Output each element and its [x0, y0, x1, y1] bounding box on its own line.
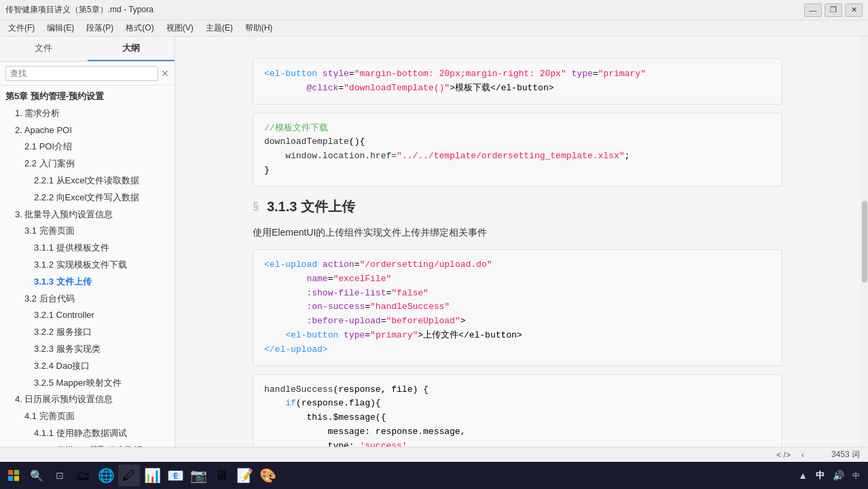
code-block-2: //模板文件下载 downloadTemplate(){ window.loca… — [253, 113, 782, 187]
sidebar-tabs: 文件 大纲 — [0, 37, 175, 62]
outline-item-4-1[interactable]: 4.1 完善页面 — [0, 408, 175, 425]
outline-item-3-2[interactable]: 3.2 后台代码 — [0, 291, 175, 308]
outline-item-chapter5[interactable]: 第5章 预约管理-预约设置 — [0, 88, 175, 105]
sidebar: 文件 大纲 ✕ 第5章 预约管理-预约设置 1. 需求分析 2. Apache … — [0, 37, 175, 447]
outline-list: 第5章 预约管理-预约设置 1. 需求分析 2. Apache POI 2.1 … — [0, 86, 175, 447]
outline-item-2-2-1[interactable]: 2.2.1 从Excel文件读取数据 — [0, 173, 175, 189]
close-button[interactable]: ✕ — [845, 3, 863, 17]
taskbar-files-icon[interactable]: 🗂 — [72, 465, 94, 486]
word-count: 3453 词 — [831, 449, 860, 460]
outline-item-3-2-3[interactable]: 3.2.3 服务实现类 — [0, 341, 175, 358]
content-wrapper: <el-button style="margin-bottom: 20px;ma… — [175, 37, 868, 447]
title-bar: 传智健康项目讲义（第5章）.md - Typora — ❐ ✕ — [0, 0, 868, 20]
paragraph-btn[interactable]: < /> — [776, 450, 791, 460]
tab-outline[interactable]: 大纲 — [88, 37, 175, 61]
backward-btn[interactable]: ‹ — [801, 450, 804, 460]
taskbar-right: ▲ 中 🔊 中 — [795, 467, 865, 484]
menu-edit[interactable]: 编辑(E) — [41, 21, 79, 35]
window-controls: — ❐ ✕ — [804, 3, 863, 17]
menu-format[interactable]: 格式(O) — [120, 21, 159, 35]
menu-theme[interactable]: 主题(E) — [200, 21, 238, 35]
outline-item-3-2-2[interactable]: 3.2.2 服务接口 — [0, 324, 175, 341]
search-taskbar-btn[interactable]: 🔍 — [26, 465, 48, 486]
outline-item-1[interactable]: 1. 需求分析 — [0, 105, 175, 122]
outline-item-2-1[interactable]: 2.1 POI介绍 — [0, 139, 175, 156]
taskbar-chrome-icon[interactable]: 🌐 — [95, 465, 117, 486]
section-heading-313: § 3.1.3 文件上传 — [253, 198, 782, 216]
restore-button[interactable]: ❐ — [825, 3, 842, 17]
menu-view[interactable]: 视图(V) — [161, 21, 199, 35]
outline-item-3-2-5[interactable]: 3.2.5 Mapper映射文件 — [0, 375, 175, 392]
menu-help[interactable]: 帮助(H) — [240, 21, 278, 35]
menu-file[interactable]: 文件(F) — [3, 21, 40, 35]
taskbar-edit-icon[interactable]: 🖊 — [118, 465, 140, 486]
start-button[interactable] — [3, 465, 24, 486]
taskview-btn[interactable]: ⊡ — [49, 465, 71, 486]
outline-item-3-2-1[interactable]: 3.2.1 Controller — [0, 307, 175, 324]
menu-paragraph[interactable]: 段落(P) — [81, 21, 119, 35]
window-title: 传智健康项目讲义（第5章）.md - Typora — [5, 4, 153, 16]
taskbar-email-icon[interactable]: 📧 — [164, 465, 186, 486]
taskbar-draw-icon[interactable]: 🎨 — [257, 465, 278, 486]
outline-item-2-2[interactable]: 2.2 入门案例 — [0, 156, 175, 173]
taskbar-arrow-icon[interactable]: ▲ — [795, 467, 810, 484]
anchor-icon: § — [253, 200, 259, 213]
editor-content: <el-button style="margin-bottom: 20px;ma… — [212, 37, 823, 447]
outline-item-3-1-2[interactable]: 3.1.2 实现模板文件下载 — [0, 257, 175, 274]
outline-item-3-1[interactable]: 3.1 完善页面 — [0, 223, 175, 240]
svg-rect-3 — [14, 476, 19, 481]
taskbar-img-icon[interactable]: 📷 — [187, 465, 209, 486]
search-clear-icon[interactable]: ✕ — [161, 69, 169, 78]
section-paragraph: 使用ElementUI的上传组件实现文件上传并绑定相关事件 — [253, 224, 782, 241]
taskbar: 🔍 ⊡ 🗂 🌐 🖊 📊 📧 📷 🖥 📝 🎨 ▲ 中 🔊 中 — [0, 462, 868, 489]
search-bar: ✕ — [0, 62, 175, 86]
menu-bar: 文件(F) 编辑(E) 段落(P) 格式(O) 视图(V) 主题(E) 帮助(H… — [0, 20, 868, 37]
outline-item-3-1-3[interactable]: 3.1.3 文件上传 — [0, 274, 175, 291]
taskbar-time: 中 — [850, 468, 863, 484]
svg-rect-1 — [14, 470, 19, 475]
taskbar-chinese-icon[interactable]: 中 — [813, 467, 827, 484]
search-input[interactable] — [5, 66, 158, 81]
svg-rect-2 — [8, 476, 13, 481]
vertical-scrollbar[interactable] — [860, 37, 868, 447]
taskbar-settings-icon[interactable]: 🖥 — [211, 465, 232, 486]
section-title: 3.1.3 文件上传 — [267, 198, 355, 216]
taskbar-volume-icon[interactable]: 🔊 — [830, 467, 847, 484]
outline-item-4-1-1[interactable]: 4.1.1 使用静态数据调试 — [0, 425, 175, 442]
minimize-button[interactable]: — — [804, 3, 822, 17]
outline-item-3-2-4[interactable]: 3.2.4 Dao接口 — [0, 358, 175, 375]
svg-rect-0 — [8, 470, 13, 475]
outline-item-3[interactable]: 3. 批量导入预约设置信息 — [0, 206, 175, 223]
outline-item-4-1-2[interactable]: 4.1.2 发送ajax获取动态数据 — [0, 442, 175, 447]
code-block-4: handleSuccess(response, file) { if(respo… — [253, 374, 782, 447]
taskbar-code-icon[interactable]: 📝 — [234, 465, 255, 486]
status-bar: < /> ‹ 3453 词 — [0, 447, 868, 462]
main-layout: 文件 大纲 ✕ 第5章 预约管理-预约设置 1. 需求分析 2. Apache … — [0, 37, 868, 447]
tab-files[interactable]: 文件 — [0, 37, 88, 61]
code-block-1: <el-button style="margin-bottom: 20px;ma… — [253, 58, 782, 105]
outline-item-2-2-2[interactable]: 2.2.2 向Excel文件写入数据 — [0, 189, 175, 206]
outline-item-3-1-1[interactable]: 3.1.1 提供模板文件 — [0, 240, 175, 257]
outline-item-4[interactable]: 4. 日历展示预约设置信息 — [0, 391, 175, 408]
editor-scroll-area[interactable]: <el-button style="margin-bottom: 20px;ma… — [175, 37, 860, 447]
scrollbar-thumb[interactable] — [862, 201, 867, 283]
taskbar-excel-icon[interactable]: 📊 — [141, 465, 163, 486]
code-block-3: <el-upload action="/ordersetting/upload.… — [253, 249, 782, 366]
outline-item-2[interactable]: 2. Apache POI — [0, 122, 175, 139]
